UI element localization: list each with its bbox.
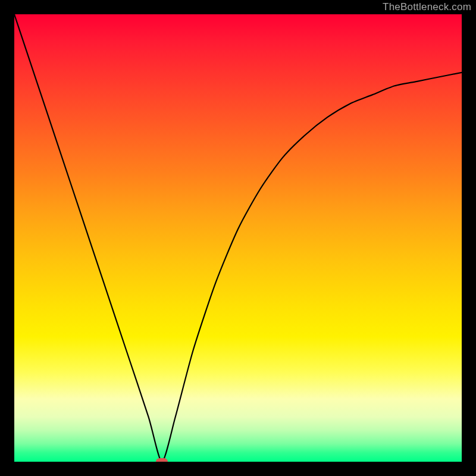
plot-area xyxy=(14,14,462,462)
minimum-marker xyxy=(156,458,168,462)
bottleneck-curve xyxy=(14,14,462,462)
chart-frame: TheBottleneck.com xyxy=(0,0,476,476)
curve-svg xyxy=(14,14,462,462)
watermark-text: TheBottleneck.com xyxy=(383,1,471,13)
